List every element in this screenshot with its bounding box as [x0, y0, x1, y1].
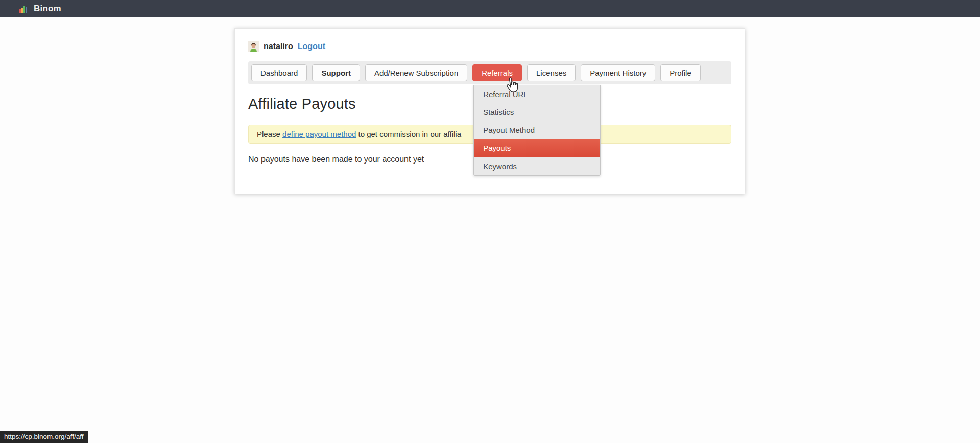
nav-dashboard-button[interactable]: Dashboard	[251, 64, 307, 81]
nav-licenses-button[interactable]: Licenses	[527, 64, 576, 81]
nav-add-renew-subscription-button[interactable]: Add/Renew Subscription	[365, 64, 467, 81]
dropdown-item-payout-method[interactable]: Payout Method	[474, 121, 600, 139]
username-label: nataliro	[264, 42, 293, 51]
main-card: nataliro Logout Dashboard Support Add/Re…	[234, 28, 745, 194]
dropdown-item-statistics[interactable]: Statistics	[474, 103, 600, 121]
user-avatar	[248, 41, 259, 52]
logout-link[interactable]: Logout	[298, 42, 325, 51]
nav-payment-history-button[interactable]: Payment History	[581, 64, 655, 81]
binom-logo-icon	[19, 5, 29, 13]
nav-profile-button[interactable]: Profile	[660, 64, 701, 81]
dropdown-item-referral-url[interactable]: Referral URL	[474, 85, 600, 103]
brand-link[interactable]: Binom	[19, 4, 61, 14]
dropdown-item-keywords[interactable]: Keywords	[474, 157, 600, 175]
brand-name: Binom	[34, 4, 61, 14]
main-navigation: Dashboard Support Add/Renew Subscription…	[248, 61, 731, 84]
notice-text-suffix: to get commission in our affilia	[356, 130, 461, 138]
nav-support-button[interactable]: Support	[312, 64, 360, 81]
referrals-dropdown-menu: Referral URL Statistics Payout Method Pa…	[473, 85, 601, 176]
nav-referrals-button[interactable]: Referrals	[472, 64, 522, 81]
notice-text-prefix: Please	[257, 130, 282, 138]
dropdown-item-payouts[interactable]: Payouts	[474, 139, 600, 157]
browser-status-tooltip: https://cp.binom.org/aff/aff	[0, 431, 88, 443]
nav-referrals-wrap: Referrals Referral URL Statistics Payout…	[472, 64, 522, 81]
user-row: nataliro Logout	[248, 41, 731, 52]
define-payout-method-link[interactable]: define payout method	[282, 130, 356, 138]
top-bar: Binom	[0, 0, 980, 17]
